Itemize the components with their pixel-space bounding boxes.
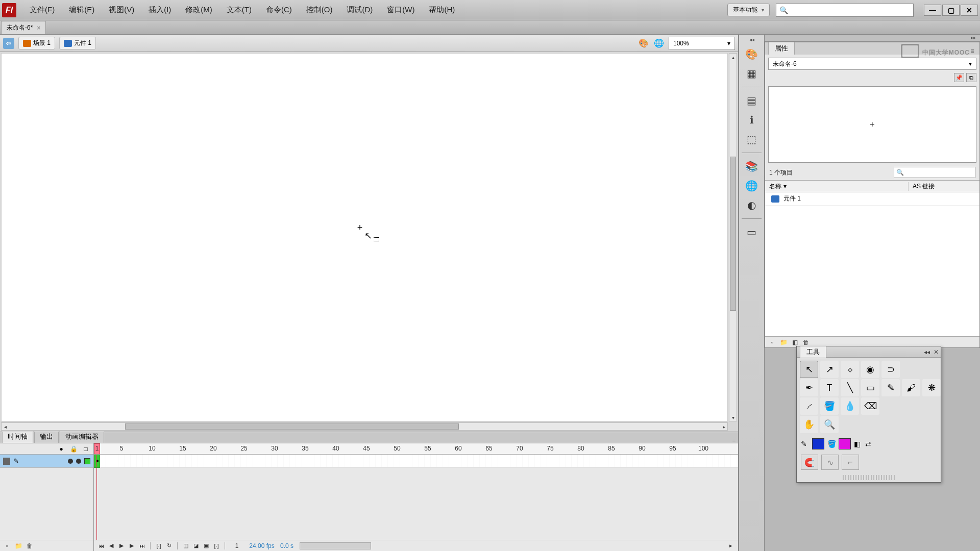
fill-color-swatch[interactable]	[839, 438, 851, 449]
stage-horizontal-scrollbar[interactable]: ◂ ▸	[1, 422, 728, 431]
panel-menu-icon[interactable]: ≡	[967, 47, 977, 55]
paint-bucket-tool[interactable]: 🪣	[820, 397, 839, 415]
close-icon[interactable]: ✕	[932, 348, 941, 356]
eraser-tool[interactable]: ⌫	[861, 397, 879, 415]
deco-tool[interactable]: ❋	[922, 379, 941, 396]
menu-debug[interactable]: 调试(D)	[341, 3, 378, 17]
panel-expand-bar[interactable]: ▸▸	[765, 35, 980, 42]
menu-commands[interactable]: 命令(C)	[261, 3, 297, 17]
layer-lock-toggle[interactable]	[76, 459, 81, 464]
menu-text[interactable]: 文本(T)	[222, 3, 257, 17]
breadcrumb-scene[interactable]: 场景 1	[18, 37, 55, 49]
component-panel-icon[interactable]: ▭	[743, 223, 761, 241]
expand-dock-icon[interactable]: ◂◂	[739, 37, 764, 44]
eyedropper-tool[interactable]: 💧	[841, 397, 859, 415]
onion-skin-button[interactable]: ◫	[182, 542, 190, 550]
line-tool[interactable]: ╲	[841, 379, 859, 396]
tab-output[interactable]: 输出	[34, 430, 59, 443]
pencil-tool[interactable]: ✎	[881, 379, 900, 396]
step-forward-button[interactable]: ▶	[128, 542, 136, 550]
scroll-up-icon[interactable]: ▴	[729, 54, 737, 61]
edit-scene-icon[interactable]: 🎨	[638, 38, 649, 49]
stage-canvas[interactable]: + ↖	[1, 53, 728, 421]
modify-markers-button[interactable]: [·]	[212, 542, 220, 550]
swatch-panel-icon[interactable]: 🌐	[743, 177, 761, 195]
new-library-panel-button[interactable]: ⧉	[966, 73, 976, 82]
pen-tool[interactable]: ✒	[800, 379, 818, 396]
edit-multiple-frames-button[interactable]: ▣	[202, 542, 210, 550]
timeline-horizontal-scrollbar[interactable]	[300, 542, 371, 549]
onion-skin-outline-button[interactable]: ◪	[192, 542, 200, 550]
lock-header-icon[interactable]: 🔒	[70, 445, 77, 453]
tab-properties[interactable]: 属性	[768, 42, 795, 55]
hand-tool[interactable]: ✋	[800, 416, 818, 433]
play-button[interactable]: ▶	[117, 542, 126, 550]
window-close-button[interactable]: ✕	[961, 5, 978, 16]
straighten-button[interactable]: ⌐	[842, 455, 859, 470]
library-item[interactable]: 元件 1	[765, 192, 979, 206]
resize-grip[interactable]	[843, 475, 895, 480]
scroll-right-icon[interactable]: ▸	[720, 423, 727, 430]
delete-layer-button[interactable]: 🗑	[26, 542, 34, 550]
scrollbar-thumb[interactable]	[730, 157, 736, 311]
new-layer-button[interactable]: ▫	[3, 542, 11, 550]
workspace-switcher[interactable]: 基本功能 ▾	[727, 4, 770, 16]
menu-window[interactable]: 窗口(W)	[382, 3, 420, 17]
black-white-button[interactable]: ◧	[854, 440, 862, 448]
visibility-header-icon[interactable]: ●	[58, 445, 65, 453]
help-search-input[interactable]: 🔍	[776, 4, 914, 17]
color-panel-icon[interactable]: 🎨	[743, 45, 761, 63]
library-document-dropdown[interactable]: 未命名-6 ▾	[768, 58, 976, 70]
window-maximize-button[interactable]: ▢	[942, 5, 960, 16]
rectangle-tool[interactable]: ▭	[861, 379, 879, 396]
goto-last-button[interactable]: ⏭	[138, 542, 146, 550]
scroll-left-icon[interactable]: ◂	[2, 423, 9, 430]
loop-button[interactable]: ↻	[165, 542, 173, 550]
tab-motion-editor[interactable]: 动画编辑器	[60, 430, 104, 443]
transform-panel-icon[interactable]: ⬚	[743, 130, 761, 148]
frame-ruler[interactable]: 1510152025303540455055606570758085909510…	[94, 443, 738, 455]
tools-panel-titlebar[interactable]: 工具 ◂◂ ✕	[797, 346, 941, 358]
menu-file[interactable]: 文件(F)	[24, 3, 60, 17]
color-mixer-icon[interactable]: ◐	[743, 196, 761, 214]
swap-colors-button[interactable]: ⇄	[865, 440, 873, 448]
pin-library-button[interactable]: 📌	[954, 73, 964, 82]
frames-row[interactable]	[94, 455, 738, 468]
3d-rotation-tool[interactable]: ◉	[861, 361, 879, 378]
zoom-dropdown[interactable]: 100% ▾	[669, 37, 735, 50]
menu-insert[interactable]: 插入(I)	[143, 3, 176, 17]
keyframe-icon[interactable]	[94, 455, 100, 468]
window-minimize-button[interactable]: —	[924, 5, 941, 16]
center-frame-button[interactable]: [·]	[155, 542, 163, 550]
delete-button[interactable]: 🗑	[802, 338, 810, 346]
bone-tool[interactable]: ⟋	[800, 397, 818, 415]
subselection-tool[interactable]: ↗	[820, 361, 839, 378]
library-search-input[interactable]: 🔍	[894, 167, 975, 178]
new-folder-button[interactable]: 📁	[779, 338, 788, 346]
swatches-panel-icon[interactable]: ▦	[743, 64, 761, 83]
new-folder-button[interactable]: 📁	[14, 542, 22, 550]
properties-button[interactable]: ◧	[791, 338, 799, 346]
menu-control[interactable]: 控制(O)	[301, 3, 338, 17]
scrollbar-thumb[interactable]	[125, 423, 459, 430]
column-as-linkage[interactable]: AS 链接	[908, 182, 979, 191]
info-panel-icon[interactable]: ℹ	[743, 111, 761, 129]
tools-tab[interactable]: 工具	[800, 346, 826, 358]
edit-symbol-icon[interactable]: 🌐	[653, 38, 665, 49]
new-symbol-button[interactable]: ▫	[768, 338, 776, 346]
lasso-tool[interactable]: ⊃	[881, 361, 900, 378]
text-tool[interactable]: T	[820, 379, 839, 396]
menu-view[interactable]: 视图(V)	[104, 3, 139, 17]
stage-vertical-scrollbar[interactable]: ▴ ▾	[729, 53, 737, 421]
snap-to-objects-button[interactable]: 🧲	[801, 455, 818, 470]
library-panel-icon[interactable]: 📚	[743, 157, 761, 176]
document-tab[interactable]: 未命名-6* ×	[1, 21, 46, 34]
back-button[interactable]: ⇦	[3, 38, 14, 49]
column-name[interactable]: 名称 ▾	[765, 182, 908, 191]
panel-menu-icon[interactable]: ≡	[730, 437, 738, 443]
layer-visible-toggle[interactable]	[68, 459, 73, 464]
menu-help[interactable]: 帮助(H)	[424, 3, 460, 17]
step-back-button[interactable]: ◀	[107, 542, 115, 550]
free-transform-tool[interactable]: ⟐	[841, 361, 859, 378]
menu-modify[interactable]: 修改(M)	[180, 3, 217, 17]
